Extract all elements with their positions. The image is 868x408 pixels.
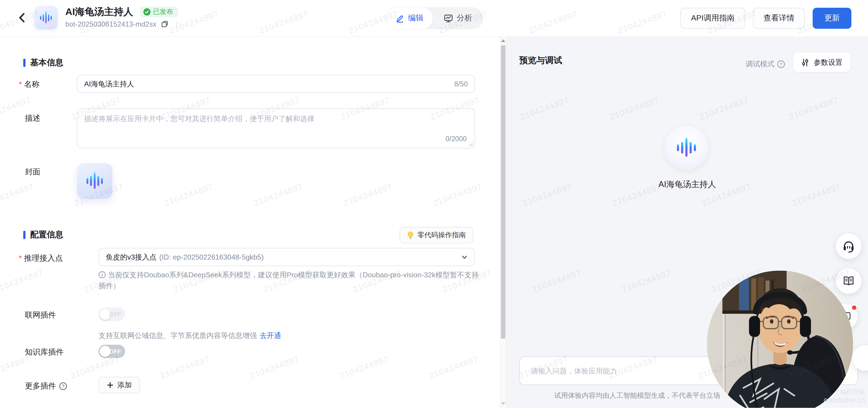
svg-text:?: ? bbox=[780, 62, 782, 67]
more-plugins-label: 更多插件 ? bbox=[25, 381, 67, 391]
disclaimer: 试用体验内容均由人工智能模型生成，不代表平台立场 bbox=[519, 391, 755, 401]
description-textarea[interactable] bbox=[78, 109, 474, 148]
tab-group: 编辑 分析 bbox=[386, 7, 483, 29]
tab-edit[interactable]: 编辑 bbox=[386, 7, 433, 29]
name-input[interactable] bbox=[84, 80, 454, 88]
check-circle-icon bbox=[143, 8, 150, 15]
add-plugin-button[interactable]: 添加 bbox=[98, 377, 140, 394]
required-asterisk: * bbox=[19, 80, 22, 89]
web-plugin-toggle[interactable]: OFF bbox=[98, 308, 125, 321]
app-avatar bbox=[34, 6, 58, 29]
section-basic-info: 基本信息 bbox=[23, 58, 63, 68]
kb-plugin-toggle[interactable]: OFF bbox=[98, 345, 125, 358]
nocode-guide-label: 零代码操作指南 bbox=[417, 230, 466, 240]
endpoint-hint: 当前仅支持Doubao系列&DeepSeek系列模型，建议使用Pro模型获取更好… bbox=[98, 270, 480, 291]
section-config-title: 配置信息 bbox=[30, 229, 63, 240]
section-bar bbox=[23, 231, 25, 239]
waveform-icon bbox=[85, 171, 104, 191]
add-plugin-label: 添加 bbox=[117, 380, 132, 390]
title-block: AI海龟汤主持人 已发布 bot-20250306152413-md2sx bbox=[65, 5, 177, 28]
scrollbar[interactable] bbox=[500, 37, 506, 408]
cover-image[interactable] bbox=[77, 163, 112, 199]
scroll-down-arrow[interactable] bbox=[501, 403, 505, 405]
tab-analysis-label: 分析 bbox=[457, 13, 472, 23]
scroll-up-arrow[interactable] bbox=[501, 39, 505, 42]
api-guide-button[interactable]: API调用指南 bbox=[681, 8, 745, 29]
endpoint-label: * 推理接入点 bbox=[19, 253, 63, 263]
headset-icon bbox=[842, 240, 855, 253]
question-circle-icon[interactable]: ? bbox=[59, 382, 67, 390]
name-counter: 8/50 bbox=[454, 80, 468, 88]
question-circle-icon[interactable]: ? bbox=[777, 60, 785, 68]
kb-plugin-label: 知识库插件 bbox=[25, 348, 64, 357]
scrollbar-thumb[interactable] bbox=[501, 45, 505, 339]
monitor-chart-icon bbox=[444, 14, 453, 23]
support-fab[interactable] bbox=[836, 233, 861, 259]
notification-dot bbox=[851, 304, 858, 311]
bot-name: AI海龟汤主持人 bbox=[506, 179, 868, 190]
copy-icon bbox=[161, 21, 168, 28]
preview-title: 预览与调试 bbox=[519, 55, 562, 66]
waveform-icon bbox=[39, 10, 53, 25]
lightbulb-icon bbox=[407, 231, 414, 239]
section-config: 配置信息 bbox=[23, 229, 63, 240]
svg-text:?: ? bbox=[62, 383, 65, 389]
params-settings-button[interactable]: 参数设置 bbox=[793, 53, 850, 72]
web-plugin-hint: 支持互联网公域信息、字节系优质内容等信息增强去开通 bbox=[98, 331, 281, 341]
toggle-state: OFF bbox=[109, 308, 121, 321]
required-asterisk: * bbox=[19, 253, 22, 262]
web-plugin-label: 联网插件 bbox=[25, 311, 56, 320]
app-window: AI海龟汤主持人 已发布 bot-20250306152413-md2sx bbox=[0, 0, 868, 408]
cover-label: 封面 bbox=[25, 167, 40, 177]
chevron-down-icon bbox=[461, 254, 468, 260]
header: AI海龟汤主持人 已发布 bot-20250306152413-md2sx bbox=[0, 0, 868, 37]
description-counter: 0/2000 bbox=[445, 135, 467, 143]
bot-avatar bbox=[664, 126, 709, 170]
waveform-icon bbox=[675, 136, 698, 159]
header-actions: API调用指南 查看详情 更新 bbox=[681, 8, 851, 29]
tab-analysis[interactable]: 分析 bbox=[433, 7, 484, 29]
params-settings-label: 参数设置 bbox=[814, 57, 842, 67]
page-title: AI海龟汤主持人 bbox=[65, 5, 133, 18]
sliders-icon bbox=[801, 58, 809, 67]
update-button[interactable]: 更新 bbox=[813, 8, 851, 29]
name-label: * 名称 bbox=[19, 80, 39, 90]
toggle-state: OFF bbox=[109, 345, 121, 358]
activate-link[interactable]: 去开通 bbox=[260, 332, 281, 340]
book-icon bbox=[842, 274, 855, 287]
endpoint-id: (ID: ep-20250226163048-5gkb5) bbox=[159, 253, 264, 261]
name-field: 8/50 bbox=[77, 75, 475, 93]
debug-mode: 调试模式 ? bbox=[746, 59, 785, 69]
info-icon bbox=[98, 271, 108, 279]
section-bar bbox=[23, 59, 25, 67]
section-basic-info-title: 基本信息 bbox=[30, 58, 63, 68]
tab-edit-label: 编辑 bbox=[408, 13, 424, 23]
chevron-left-icon bbox=[18, 12, 26, 24]
bot-id: bot-20250306152413-md2sx bbox=[65, 20, 156, 28]
description-label: 描述 bbox=[25, 114, 40, 123]
plus-icon bbox=[107, 382, 114, 388]
description-field: 0/2000 bbox=[77, 108, 475, 148]
status-badge-label: 已发布 bbox=[153, 8, 173, 15]
view-details-button[interactable]: 查看详情 bbox=[753, 8, 805, 29]
status-badge: 已发布 bbox=[140, 6, 178, 17]
endpoint-value: 鱼皮的v3接入点 bbox=[106, 252, 156, 262]
endpoint-select[interactable]: 鱼皮的v3接入点 (ID: ep-20250226163048-5gkb5) bbox=[98, 248, 475, 266]
copy-bot-id-button[interactable] bbox=[160, 20, 169, 28]
back-button[interactable] bbox=[14, 11, 29, 26]
nocode-guide-button[interactable]: 零代码操作指南 bbox=[400, 227, 473, 244]
edit-form-panel: 基本信息 * 名称 8/50 描述 0/2000 封面 bbox=[0, 37, 500, 408]
pencil-icon bbox=[396, 14, 404, 23]
divider bbox=[177, 21, 177, 27]
docs-fab[interactable] bbox=[836, 269, 861, 294]
